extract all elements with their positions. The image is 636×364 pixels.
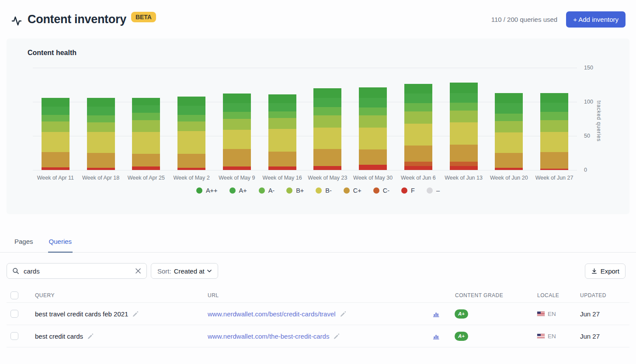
chart-bar-segment[interactable] (313, 98, 341, 107)
chart-bar-segment[interactable] (450, 111, 478, 122)
chart-bar[interactable] (313, 88, 341, 170)
chart-bar-segment[interactable] (404, 146, 432, 162)
chart-bar[interactable] (495, 93, 523, 170)
chart-bar-segment[interactable] (540, 152, 568, 168)
chart-bar-segment[interactable] (132, 166, 160, 170)
chart-bar-segment[interactable] (540, 103, 568, 112)
chart-bar-segment[interactable] (177, 97, 205, 106)
chart-bar-segment[interactable] (450, 83, 478, 93)
chart-bar-segment[interactable] (42, 107, 70, 115)
chart-bar-segment[interactable] (450, 166, 478, 170)
chart-bar[interactable] (132, 98, 160, 170)
chart-bar-segment[interactable] (87, 168, 115, 170)
chart-bar-segment[interactable] (132, 154, 160, 167)
chart-bar-segment[interactable] (223, 103, 251, 112)
chart-bar-segment[interactable] (404, 111, 432, 124)
chart-bar-segment[interactable] (359, 149, 387, 164)
chart-bar-segment[interactable] (42, 121, 70, 132)
chart-bar-segment[interactable] (177, 131, 205, 153)
chart-bar-segment[interactable] (495, 93, 523, 103)
chart-bar-segment[interactable] (313, 149, 341, 166)
chart-bar[interactable] (268, 94, 296, 170)
chart-bar-segment[interactable] (450, 122, 478, 145)
add-inventory-button[interactable]: + Add inventory (566, 11, 626, 28)
chart-bar-segment[interactable] (359, 87, 387, 97)
tab-queries[interactable]: Queries (48, 235, 73, 253)
chart-bar-segment[interactable] (177, 106, 205, 114)
chart-bar-segment[interactable] (540, 112, 568, 120)
chart-bar-segment[interactable] (313, 88, 341, 98)
chart-bar-segment[interactable] (42, 98, 70, 107)
chart-bar[interactable] (450, 83, 478, 170)
chart-bar-segment[interactable] (313, 166, 341, 170)
chart-bar-segment[interactable] (495, 114, 523, 121)
chart-bar-segment[interactable] (87, 115, 115, 122)
chart-bar-segment[interactable] (450, 162, 478, 166)
chart-bar-segment[interactable] (42, 152, 70, 167)
chart-bar-segment[interactable] (404, 84, 432, 94)
chart-bar-segment[interactable] (87, 107, 115, 115)
chart-bar-segment[interactable] (223, 149, 251, 167)
chart-bar-segment[interactable] (177, 154, 205, 168)
chart-bar-segment[interactable] (495, 153, 523, 168)
chart-bar-segment[interactable] (359, 115, 387, 128)
chart-bar-segment[interactable] (359, 165, 387, 170)
chart-bar[interactable] (223, 94, 251, 170)
clear-search-icon[interactable] (135, 268, 141, 274)
chart-bar-segment[interactable] (495, 168, 523, 170)
chart-bar-segment[interactable] (223, 94, 251, 103)
edit-url-icon[interactable] (340, 311, 346, 317)
chart-bar-segment[interactable] (268, 129, 296, 151)
chart-bar-segment[interactable] (540, 93, 568, 103)
chart-bar-segment[interactable] (132, 105, 160, 113)
chart-bar-segment[interactable] (450, 103, 478, 111)
edit-query-icon[interactable] (87, 333, 93, 339)
chart-bar-segment[interactable] (42, 115, 70, 122)
chart-bar-segment[interactable] (404, 162, 432, 166)
chart-bar-segment[interactable] (540, 120, 568, 132)
chart-bar-segment[interactable] (177, 115, 205, 122)
chart-bar-segment[interactable] (540, 132, 568, 153)
row-checkbox[interactable] (10, 332, 18, 340)
chart-bar-segment[interactable] (450, 145, 478, 162)
chart-bar-segment[interactable] (223, 112, 251, 119)
chart-bar-segment[interactable] (132, 132, 160, 154)
chart-bar-segment[interactable] (268, 111, 296, 118)
chart-bar-segment[interactable] (177, 168, 205, 170)
chart-bar-segment[interactable] (177, 121, 205, 131)
url-link[interactable]: www.nerdwallet.com/the-best-credit-cards (208, 333, 329, 340)
chart-bar[interactable] (87, 98, 115, 170)
chart-bar-segment[interactable] (268, 118, 296, 129)
chart-bar-segment[interactable] (540, 169, 568, 170)
chart-bar-segment[interactable] (268, 103, 296, 111)
chart-bar-segment[interactable] (495, 103, 523, 113)
chart-bar-segment[interactable] (404, 94, 432, 103)
chart-bar[interactable] (42, 98, 70, 170)
chart-bar-segment[interactable] (87, 153, 115, 168)
chart-bar[interactable] (540, 93, 568, 170)
chart-bar-segment[interactable] (268, 166, 296, 170)
chart-bar-segment[interactable] (132, 113, 160, 120)
chart-bar-segment[interactable] (313, 107, 341, 115)
search-input[interactable] (24, 267, 131, 275)
chart-bar-segment[interactable] (87, 122, 115, 132)
export-button[interactable]: Export (585, 263, 626, 279)
chart-bar-segment[interactable] (313, 128, 341, 149)
sort-button[interactable]: Sort: Created at (151, 263, 218, 279)
chart-bar-segment[interactable] (359, 107, 387, 116)
chart-bar-segment[interactable] (132, 120, 160, 132)
chart-bar-segment[interactable] (268, 152, 296, 166)
chart-bar-segment[interactable] (495, 132, 523, 153)
tab-pages[interactable]: Pages (14, 235, 34, 252)
row-checkbox[interactable] (10, 310, 18, 318)
chart-bar-segment[interactable] (223, 130, 251, 149)
chart-bar-segment[interactable] (42, 132, 70, 153)
chart-bar-segment[interactable] (450, 93, 478, 103)
chart-bar-segment[interactable] (359, 98, 387, 107)
chart-bar[interactable] (359, 87, 387, 170)
url-link[interactable]: www.nerdwallet.com/best/credit-cards/tra… (208, 310, 336, 318)
chart-bar-segment[interactable] (404, 124, 432, 146)
chart-bar-segment[interactable] (495, 121, 523, 133)
chart-bar-segment[interactable] (313, 115, 341, 128)
chart-bar-segment[interactable] (359, 128, 387, 149)
